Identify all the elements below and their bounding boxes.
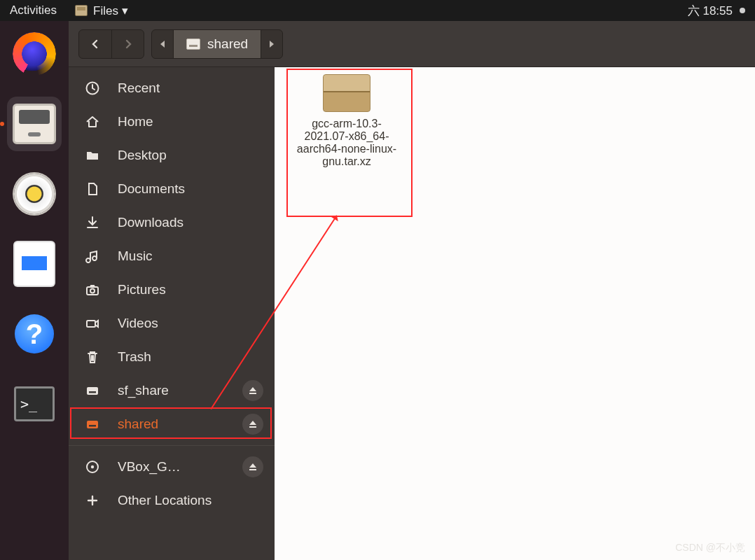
sidebar-item-label: Recent [118,80,263,96]
path-crumb-shared[interactable]: shared [173,30,261,58]
top-panel: Activities Files ▾ 六 18:55 [0,0,755,21]
sidebar-item-label: VBox_G… [118,459,226,475]
svg-rect-5 [89,391,96,393]
firefox-icon [13,32,56,76]
download-icon [84,214,101,231]
sidebar-item-label: Videos [118,316,263,331]
sidebar-item-label: Home [118,114,263,130]
nav-buttons [78,29,144,59]
path-prev-button[interactable] [152,40,173,48]
files-app-icon [75,5,88,16]
folder-icon [84,147,101,164]
sidebar-item-music[interactable]: Music [69,239,275,273]
forward-button[interactable] [111,30,144,58]
eject-icon [248,386,258,396]
eject-button[interactable] [242,380,263,401]
file-cabinet-icon [13,104,56,144]
drive-icon [186,38,200,50]
terminal-icon: >_ [14,386,55,421]
sidebar-item-videos[interactable]: Videos [69,307,275,340]
sidebar-item-label: Desktop [118,148,263,163]
music-icon [84,248,101,265]
home-icon [84,113,101,130]
dock-files[interactable] [7,97,62,151]
sidebar-item-other-locations[interactable]: Other Locations [69,484,275,517]
sidebar-item-label: Documents [118,181,263,197]
path-crumb-label: shared [207,36,248,52]
app-menu-label: Files ▾ [93,4,128,18]
chevron-left-icon [90,39,100,49]
app-menu[interactable]: Files ▾ [75,4,128,18]
dock-rhythmbox[interactable] [7,167,62,221]
plus-icon [84,492,101,509]
disc-icon [84,458,101,475]
triangle-left-icon [159,40,166,48]
places-sidebar: Recent Home Desktop Documents Downloads … [69,67,275,560]
annotation-box-sidebar [70,407,272,439]
eject-button[interactable] [242,456,263,477]
svg-rect-3 [87,321,95,327]
dock-writer[interactable] [7,237,62,291]
document-icon [84,181,101,197]
dock-help[interactable]: ? [7,307,62,361]
clock-icon [84,80,101,97]
svg-rect-4 [87,387,98,395]
triangle-right-icon [268,40,275,48]
speaker-icon [14,174,55,214]
trash-icon [84,349,101,365]
annotation-box-file [286,69,413,217]
sidebar-item-vbox[interactable]: VBox_G… [69,450,275,484]
sidebar-item-label: Downloads [118,215,263,230]
sidebar-item-home[interactable]: Home [69,105,275,139]
sidebar-item-label: Pictures [118,282,263,298]
camera-icon [84,281,101,298]
drive-icon [84,382,101,399]
sidebar-separator [69,445,275,446]
clock-label: 六 18:55 [688,3,733,19]
sidebar-item-pictures[interactable]: Pictures [69,273,275,307]
writer-icon [15,242,54,286]
help-icon: ? [15,314,54,354]
video-icon [84,315,101,332]
sidebar-item-label: Other Locations [118,493,263,508]
sidebar-item-sf-share[interactable]: sf_share [69,374,275,407]
sidebar-item-recent[interactable]: Recent [69,71,275,105]
chevron-right-icon [123,39,133,49]
dock-terminal[interactable]: >_ [7,377,62,431]
sidebar-item-desktop[interactable]: Desktop [69,139,275,172]
svg-point-9 [91,465,94,468]
watermark-text: CSDN @不小竞 [675,542,745,554]
launcher-dock: ? >_ [0,21,69,560]
clock-area[interactable]: 六 18:55 [688,3,745,19]
activities-button[interactable]: Activities [10,4,57,18]
dock-firefox[interactable] [7,27,62,81]
svg-point-2 [90,289,95,293]
sidebar-item-downloads[interactable]: Downloads [69,206,275,239]
sidebar-item-documents[interactable]: Documents [69,172,275,206]
path-next-button[interactable] [261,40,282,48]
back-button[interactable] [79,30,111,58]
eject-icon [248,462,258,472]
sidebar-item-label: sf_share [118,383,226,398]
sidebar-item-label: Music [118,248,263,264]
path-bar: shared [151,29,283,59]
indicator-dot-icon [740,8,745,13]
headerbar: shared [69,21,755,67]
